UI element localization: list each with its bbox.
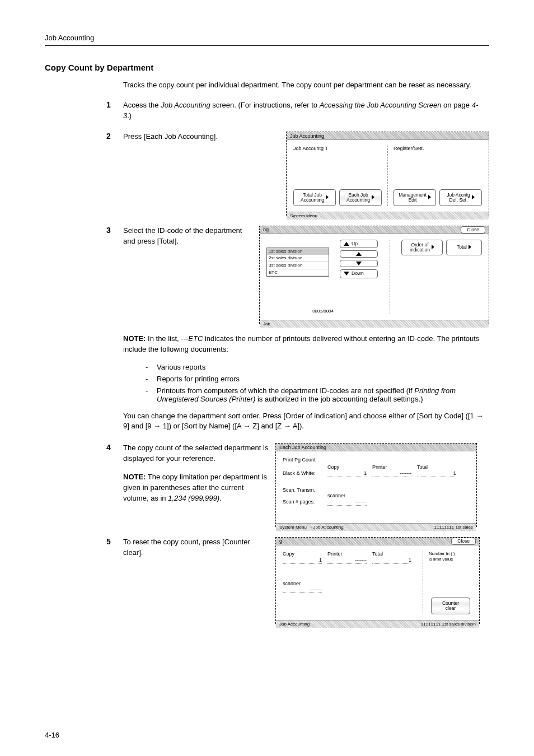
- close-button[interactable]: Close: [451, 538, 476, 545]
- screenshot-job-accounting: Job Accounting Job Accountg T Total Job …: [286, 132, 489, 216]
- col-header: Copy: [327, 464, 372, 470]
- step-text: Press [Each Job Accounting].: [123, 132, 286, 142]
- chevron-down-icon: [356, 262, 362, 265]
- col-header: Printer: [372, 464, 417, 470]
- top-button[interactable]: Up: [340, 240, 378, 248]
- value: 1: [327, 470, 367, 477]
- total-job-accounting-button[interactable]: Total Job Accounting: [293, 189, 336, 206]
- page-title: Copy Count by Department: [45, 63, 489, 72]
- list-item: Various reports: [146, 363, 489, 371]
- sort-order-paragraph: You can change the department sort order…: [123, 411, 489, 432]
- step-number: 1: [106, 100, 123, 109]
- col-header: scanner: [327, 493, 372, 499]
- label: Register/Sett.: [394, 146, 482, 152]
- value: 1: [417, 470, 456, 477]
- intro-paragraph: Tracks the copy count per individual dep…: [123, 80, 489, 90]
- down-button[interactable]: [340, 260, 378, 267]
- panel-title: g Close: [276, 538, 479, 545]
- chevron-up-icon: [356, 252, 362, 256]
- job-accntg-def-set-button[interactable]: Job Accntg Def. Set.: [439, 189, 482, 206]
- list-item: Printouts from computers of which the de…: [146, 386, 489, 403]
- col-header: Copy: [283, 551, 327, 557]
- row-label: Scan. Transm.: [283, 487, 470, 493]
- list-item[interactable]: ETC: [267, 269, 329, 277]
- panel-footer: System Menu - Job Accounting 11111111 1s…: [276, 523, 476, 531]
- step-text: To reset the copy count, press [Counter …: [123, 537, 275, 558]
- department-listbox[interactable]: 1st sales division 2st sales division 3s…: [266, 248, 329, 277]
- legend: Number in ( ) is limit value: [429, 551, 472, 562]
- value: -------: [327, 557, 367, 564]
- step-2: 2 Press [Each Job Accounting]. Job Accou…: [45, 132, 489, 216]
- step-3: 3 Select the ID-code of the department a…: [45, 226, 489, 324]
- order-of-indication-button[interactable]: Order of indication: [401, 240, 443, 255]
- step-5: 5 To reset the copy count, press [Counte…: [45, 537, 489, 624]
- step-number: 5: [106, 537, 123, 546]
- note-bullet-list: Various reports Reports for printing err…: [146, 363, 489, 403]
- chevron-up-icon: [344, 242, 349, 246]
- bottom-button[interactable]: Down: [340, 269, 378, 278]
- col-header: scanner: [283, 581, 417, 587]
- panel-footer: Job: [260, 320, 489, 328]
- value: -------: [372, 470, 411, 477]
- row-label: Scan # pages:: [283, 499, 327, 506]
- value: 1: [283, 557, 322, 564]
- value: 1: [372, 557, 411, 564]
- screenshot-counter-clear: g Close Copy Printer Total 1 ------- 1: [275, 537, 480, 624]
- management-edit-button[interactable]: Management Edit: [394, 189, 436, 206]
- list-item[interactable]: 2st sales division: [267, 255, 329, 262]
- up-button[interactable]: [340, 250, 378, 258]
- panel-footer: System Menu: [287, 212, 489, 220]
- each-job-accounting-button[interactable]: Each Job Accounting: [339, 189, 382, 206]
- list-item: Reports for printing errors: [146, 375, 489, 383]
- label: Job Accountg T: [293, 146, 382, 152]
- step-4: 4 The copy count of the selected departm…: [45, 443, 489, 527]
- value: -------: [283, 587, 322, 594]
- step-text: Select the ID-code of the department and…: [123, 226, 259, 247]
- running-header: Job Accounting: [45, 34, 489, 42]
- col-header: Total: [417, 464, 462, 470]
- note-etc: NOTE: In the list, ---ETC indicates the …: [123, 334, 489, 355]
- step-1: 1 Access the Job Accounting screen. (For…: [45, 100, 489, 122]
- step-number: 4: [106, 443, 123, 452]
- panel-footer: Job Accounting 11111111 1st sales divisi…: [276, 620, 479, 628]
- panel-title: Job Accounting: [287, 132, 489, 140]
- screenshot-copy-count: Each Job Accounting Print Pg Count Copy …: [275, 443, 477, 527]
- close-button[interactable]: Close: [461, 226, 485, 234]
- step-number: 2: [106, 132, 123, 141]
- panel-title: ng Close: [260, 226, 489, 234]
- step-text: The copy count of the selected departmen…: [123, 443, 275, 503]
- list-item[interactable]: 1st sales division: [267, 248, 329, 255]
- screenshot-department-select: ng Close 1st sales division 2st sales di…: [259, 226, 489, 324]
- step-text: Access the Job Accounting screen. (For i…: [123, 100, 489, 122]
- panel-title: Each Job Accounting: [276, 444, 476, 451]
- header-rule: [45, 45, 489, 46]
- list-item[interactable]: 3st sales division: [267, 262, 329, 269]
- total-button[interactable]: Total: [446, 240, 482, 255]
- counter-clear-button[interactable]: Counter clear: [431, 598, 470, 614]
- step-number: 3: [106, 226, 123, 235]
- chevron-down-icon: [344, 272, 349, 276]
- row-label: Print Pg Count: [283, 457, 470, 463]
- col-header: Printer: [327, 551, 372, 557]
- row-label: Black & White:: [283, 470, 327, 477]
- page-indicator: 0001/0004: [266, 309, 334, 314]
- col-header: Total: [372, 551, 417, 557]
- value: -------: [327, 499, 367, 506]
